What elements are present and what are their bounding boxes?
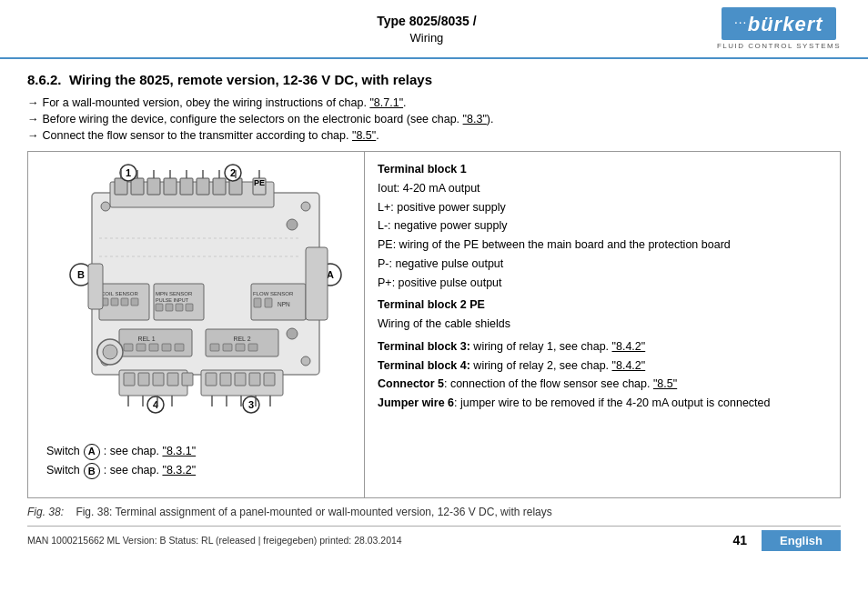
svg-rect-58 (119, 329, 192, 356)
svg-rect-33 (124, 373, 135, 386)
page-footer: MAN 1000215662 ML Version: B Status: RL … (27, 526, 841, 551)
svg-rect-37 (182, 373, 193, 386)
wiring-line: Wiring (377, 30, 476, 46)
type-line: Type 8025/8035 / (377, 13, 476, 31)
svg-rect-51 (176, 304, 183, 311)
svg-rect-60 (124, 344, 133, 351)
header-title: Type 8025/8035 / Wiring (377, 13, 476, 47)
svg-text:PE: PE (254, 178, 265, 187)
svg-text:COIL SENSOR: COIL SENSOR (101, 291, 138, 296)
block3-line: Terminal block 3: wiring of relay 1, see… (378, 338, 827, 356)
svg-rect-65 (206, 329, 278, 356)
section-title: 8.6.2. Wiring the 8025, remote version, … (27, 72, 841, 87)
block4-line: Terminal block 4: wiring of relay 2, see… (378, 357, 827, 375)
svg-rect-50 (166, 304, 173, 311)
intro-text-3: Connect the flow sensor to the transmitt… (43, 129, 379, 142)
svg-rect-62 (149, 344, 158, 351)
svg-rect-45 (131, 298, 138, 306)
svg-text:REL 2: REL 2 (233, 336, 250, 342)
figure-container: 1 2 PE B 6 5 A (27, 151, 841, 498)
footer-language: English (762, 530, 841, 551)
svg-rect-71 (88, 264, 103, 309)
switch-word-a: Switch (46, 442, 80, 461)
footer-right: 41 English (732, 530, 841, 551)
block1-title: Terminal block 1 (378, 163, 467, 176)
logo-box: ...bürkert (722, 7, 835, 40)
arrow-3: → (27, 129, 39, 142)
link-842a: "8.4.2" (612, 340, 646, 353)
svg-rect-69 (236, 344, 245, 351)
block1-line-1: Iout: 4-20 mA output (378, 180, 827, 197)
switch-b-line: Switch B : see chap. "8.3.2" (46, 461, 346, 480)
svg-point-77 (287, 219, 298, 230)
svg-rect-4 (147, 178, 160, 195)
svg-rect-43 (111, 298, 118, 306)
svg-rect-34 (138, 373, 149, 386)
page-header: Type 8025/8035 / Wiring ...bürkert FLUID… (0, 0, 868, 59)
svg-rect-8 (213, 178, 226, 195)
intro-line-2: → Before wiring the device, configure th… (27, 113, 841, 125)
svg-rect-29 (264, 373, 275, 386)
block2-title: Terminal block 2 PE (378, 298, 485, 311)
jumper6-line: Jumper wire 6: jumper wire to be removed… (378, 395, 827, 412)
arrow-2: → (27, 113, 39, 125)
svg-point-73 (101, 202, 110, 211)
switch-word-b: Switch (46, 461, 80, 480)
fig-caption-text: Fig. 38: Terminal assignment of a panel-… (76, 506, 551, 518)
svg-point-76 (301, 356, 310, 366)
svg-text:REL 1: REL 1 (137, 336, 155, 342)
logo-sub: FLUID CONTROL SYSTEMS (717, 42, 841, 50)
link-842b: "8.4.2" (612, 359, 646, 372)
svg-text:4: 4 (153, 399, 159, 410)
svg-rect-36 (167, 373, 178, 386)
intro-line-1: → For a wall-mounted version, obey the w… (27, 96, 841, 109)
footer-man-text: MAN 1000215662 ML Version: B Status: RL … (27, 535, 402, 546)
arrow-1: → (27, 96, 39, 109)
svg-text:NPN: NPN (278, 301, 290, 307)
svg-rect-56 (265, 298, 272, 307)
svg-text:MPN SENSOR: MPN SENSOR (156, 291, 193, 296)
link-85: "8.5" (352, 129, 376, 142)
svg-rect-6 (180, 178, 193, 195)
svg-text:3: 3 (248, 399, 254, 410)
switch-b-text: : see chap. "8.3.2" (104, 461, 196, 480)
logo-text: ...bürkert (734, 13, 823, 35)
conn5-line: Connector 5: connection of the flow sens… (378, 376, 827, 393)
logo-dots: ... (734, 15, 747, 25)
section-number: 8.6.2. (27, 72, 62, 87)
section-heading: Wiring the 8025, remote version, 12-36 V… (69, 72, 432, 87)
jumper6-label: Jumper wire 6 (378, 396, 454, 409)
block3-label: Terminal block 3: (378, 340, 470, 353)
wiring-diagram: 1 2 PE B 6 5 A (37, 161, 356, 434)
switch-a-text: : see chap. "8.3.1" (104, 442, 196, 461)
info-side: Terminal block 1 Iout: 4-20 mA output L+… (365, 152, 840, 497)
svg-text:FLOW SENSOR: FLOW SENSOR (253, 291, 294, 296)
link-871: "8.7.1" (369, 96, 403, 109)
svg-rect-26 (220, 373, 231, 386)
svg-rect-7 (197, 178, 209, 195)
svg-rect-64 (175, 344, 184, 351)
svg-rect-35 (153, 373, 164, 386)
block1-line-6: P+: positive pulse output (378, 275, 827, 292)
svg-rect-27 (235, 373, 246, 386)
intro-text-1: For a wall-mounted version, obey the wir… (43, 96, 407, 109)
diagram-side: 1 2 PE B 6 5 A (28, 152, 365, 497)
svg-rect-52 (186, 304, 193, 311)
block4-label: Terminal block 4: (378, 359, 470, 372)
svg-rect-70 (248, 344, 257, 351)
link-85b: "8.5" (653, 377, 677, 390)
svg-text:1: 1 (126, 167, 131, 178)
block1-line-3: L-: negative power supply (378, 217, 827, 235)
svg-text:B: B (77, 269, 85, 280)
svg-rect-28 (249, 373, 260, 386)
svg-rect-3 (131, 178, 144, 195)
figure-caption: Fig. 38: Fig. 38: Terminal assignment of… (27, 506, 841, 518)
link-831: "8.3.1" (162, 445, 196, 457)
main-content: 8.6.2. Wiring the 8025, remote version, … (0, 59, 868, 560)
logo-area: ...bürkert FLUID CONTROL SYSTEMS (717, 9, 841, 50)
svg-rect-44 (121, 298, 128, 306)
link-83: "8.3" (463, 113, 487, 125)
svg-rect-25 (206, 373, 217, 386)
svg-rect-67 (210, 344, 219, 351)
switch-b-circle: B (84, 463, 100, 479)
